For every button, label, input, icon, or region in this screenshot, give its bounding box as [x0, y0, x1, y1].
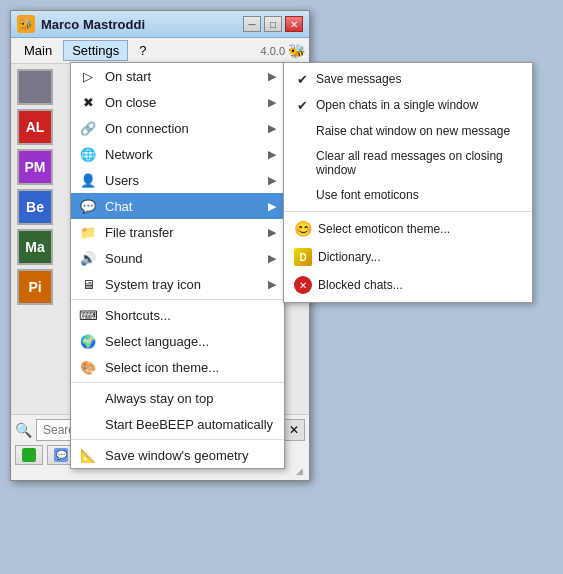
submenu-font-emoticons[interactable]: Use font emoticons [284, 182, 532, 208]
arrow-icon: ▶ [268, 252, 276, 265]
arrow-icon: ▶ [268, 226, 276, 239]
menu-help[interactable]: ? [130, 40, 155, 61]
dictionary-label: Dictionary... [318, 250, 380, 264]
menu-separator-3 [71, 439, 284, 440]
on-start-label: On start [105, 69, 151, 84]
check-save-messages: ✔ [294, 71, 310, 87]
menu-item-chat[interactable]: 💬 Chat ▶ [71, 193, 284, 219]
menu-item-sound[interactable]: 🔊 Sound ▶ [71, 245, 284, 271]
on-connection-label: On connection [105, 121, 189, 136]
submenu-open-single[interactable]: ✔ Open chats in a single window [284, 92, 532, 118]
dictionary-icon: D [294, 248, 312, 266]
title-bar-left: 🐝 Marco Mastroddi [17, 15, 145, 33]
menu-settings[interactable]: Settings [63, 40, 128, 61]
arrow-icon: ▶ [268, 122, 276, 135]
start-auto-icon [79, 415, 97, 433]
always-on-top-label: Always stay on top [105, 391, 213, 406]
submenu-save-messages[interactable]: ✔ Save messages [284, 66, 532, 92]
save-geometry-icon: 📐 [79, 446, 97, 464]
menu-item-file-transfer[interactable]: 📁 File transfer ▶ [71, 219, 284, 245]
language-icon: 🌍 [79, 332, 97, 350]
avatar: Be [17, 189, 53, 225]
on-close-icon: ✖ [79, 93, 97, 111]
menu-item-system-tray[interactable]: 🖥 System tray icon ▶ [71, 271, 284, 297]
always-on-top-icon [79, 389, 97, 407]
sound-label: Sound [105, 251, 143, 266]
clear-label: Clear all read messages on closing windo… [316, 149, 522, 177]
menu-item-start-auto[interactable]: Start BeeBEEP automatically [71, 411, 284, 437]
search-clear-button[interactable]: ✕ [283, 419, 305, 441]
emoticon-theme-icon: 😊 [294, 220, 312, 238]
emoticon-theme-label: Select emoticon theme... [318, 222, 450, 236]
menu-separator [71, 299, 284, 300]
submenu-raise-on-new[interactable]: Raise chat window on new message [284, 118, 532, 144]
start-auto-label: Start BeeBEEP automatically [105, 417, 273, 432]
select-language-label: Select language... [105, 334, 209, 349]
on-connection-icon: 🔗 [79, 119, 97, 137]
close-button[interactable]: ✕ [285, 16, 303, 32]
users-label: Users [105, 173, 139, 188]
chat-submenu-separator [284, 211, 532, 212]
check-raise [294, 123, 310, 139]
arrow-icon: ▶ [268, 70, 276, 83]
submenu-emoticon-theme[interactable]: 😊 Select emoticon theme... [284, 215, 532, 243]
shortcuts-icon: ⌨ [79, 306, 97, 324]
save-geometry-label: Save window's geometry [105, 448, 248, 463]
blocked-icon: ✕ [294, 276, 312, 294]
menu-item-users[interactable]: 👤 Users ▶ [71, 167, 284, 193]
blocked-label: Blocked chats... [318, 278, 403, 292]
submenu-clear-on-close[interactable]: Clear all read messages on closing windo… [284, 144, 532, 182]
sound-icon: 🔊 [79, 249, 97, 267]
window-title: Marco Mastroddi [41, 17, 145, 32]
title-bar-controls: ─ □ ✕ [243, 16, 303, 32]
open-single-label: Open chats in a single window [316, 98, 478, 112]
arrow-icon: ▶ [268, 96, 276, 109]
arrow-icon: ▶ [268, 200, 276, 213]
network-label: Network [105, 147, 153, 162]
menu-item-save-geometry[interactable]: 📐 Save window's geometry [71, 442, 284, 468]
menu-item-shortcuts[interactable]: ⌨ Shortcuts... [71, 302, 284, 328]
icon-theme-icon: 🎨 [79, 358, 97, 376]
avatar: PM [17, 149, 53, 185]
chat-count-icon: 💬 [54, 448, 68, 462]
save-messages-label: Save messages [316, 72, 401, 86]
settings-menu: ▷ On start ▶ ✖ On close ▶ 🔗 On connectio… [70, 62, 285, 469]
file-transfer-icon: 📁 [79, 223, 97, 241]
select-icon-theme-label: Select icon theme... [105, 360, 219, 375]
menu-item-network[interactable]: 🌐 Network ▶ [71, 141, 284, 167]
menu-main[interactable]: Main [15, 40, 61, 61]
search-prefix-icon: 🔍 [15, 422, 32, 438]
avatar: Ma [17, 229, 53, 265]
menu-item-select-language[interactable]: 🌍 Select language... [71, 328, 284, 354]
menu-item-on-close[interactable]: ✖ On close ▶ [71, 89, 284, 115]
raise-label: Raise chat window on new message [316, 124, 510, 138]
menu-item-always-on-top[interactable]: Always stay on top [71, 385, 284, 411]
online-icon [22, 448, 36, 462]
chat-icon: 💬 [79, 197, 97, 215]
on-close-label: On close [105, 95, 156, 110]
menu-separator-2 [71, 382, 284, 383]
submenu-blocked[interactable]: ✕ Blocked chats... [284, 271, 532, 299]
maximize-button[interactable]: □ [264, 16, 282, 32]
menu-item-icon-theme[interactable]: 🎨 Select icon theme... [71, 354, 284, 380]
chat-submenu: ✔ Save messages ✔ Open chats in a single… [283, 62, 533, 303]
on-start-icon: ▷ [79, 67, 97, 85]
check-font-emoticons [294, 187, 310, 203]
system-tray-icon: 🖥 [79, 275, 97, 293]
font-emoticons-label: Use font emoticons [316, 188, 419, 202]
avatar [17, 69, 53, 105]
file-transfer-label: File transfer [105, 225, 174, 240]
check-open-single: ✔ [294, 97, 310, 113]
menu-item-on-start[interactable]: ▷ On start ▶ [71, 63, 284, 89]
minimize-button[interactable]: ─ [243, 16, 261, 32]
menu-item-on-connection[interactable]: 🔗 On connection ▶ [71, 115, 284, 141]
arrow-icon: ▶ [268, 174, 276, 187]
status-online-button[interactable] [15, 445, 43, 465]
submenu-dictionary[interactable]: D Dictionary... [284, 243, 532, 271]
network-icon: 🌐 [79, 145, 97, 163]
title-bar: 🐝 Marco Mastroddi ─ □ ✕ [11, 11, 309, 38]
menu-bar: Main Settings ? 4.0.0 🐝 [11, 38, 309, 64]
app-icon: 🐝 [17, 15, 35, 33]
avatar: AL [17, 109, 53, 145]
shortcuts-label: Shortcuts... [105, 308, 171, 323]
